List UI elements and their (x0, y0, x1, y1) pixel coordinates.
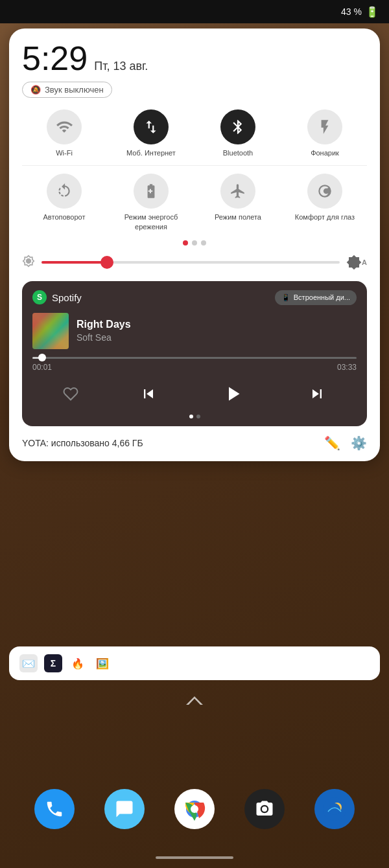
bluetooth-button[interactable] (220, 109, 255, 144)
camera-svg-icon (255, 799, 274, 819)
dock-phone-icon[interactable] (34, 789, 75, 829)
airplane-button[interactable] (220, 174, 255, 209)
chevron-row (0, 694, 389, 706)
spotify-card: S Spotify 📱 Встроенный ди... Right Days … (22, 281, 367, 426)
track-info: Right Days Soft Sea (77, 319, 357, 343)
track-artist: Soft Sea (77, 332, 357, 343)
spotify-header: S Spotify 📱 Встроенный ди... (32, 290, 357, 305)
brightness-high-icon: A (346, 255, 367, 270)
spotify-app-name: Spotify (52, 292, 82, 303)
quick-item-bluetooth[interactable]: Bluetooth (196, 109, 280, 157)
wifi-label: Wi-Fi (56, 148, 73, 157)
email-notif-icon: ✉️ (19, 654, 38, 672)
rotate-button[interactable] (47, 174, 82, 209)
sound-off-icon: 🔕 (30, 85, 41, 95)
app-dock (0, 789, 389, 829)
messages-svg-icon (115, 799, 134, 819)
skip-next-icon (308, 385, 326, 403)
dot-3 (201, 240, 206, 246)
progress-track[interactable] (32, 357, 357, 359)
auto-label: A (362, 258, 367, 266)
sound-off-label: Звук выключен (45, 85, 104, 95)
swap-vert-icon (143, 119, 159, 135)
track-row: Right Days Soft Sea (32, 313, 357, 349)
heart-icon (63, 386, 78, 402)
brightness-low-icon (22, 255, 35, 271)
mobile-data-label: Моб. Интернет (126, 148, 176, 157)
track-name: Right Days (77, 319, 357, 330)
prev-button[interactable] (139, 385, 158, 403)
airplane-label: Режим полета (215, 212, 261, 222)
flashlight-label: Фонарик (311, 148, 339, 157)
battery-saver-icon (143, 183, 159, 200)
spotify-brand: S Spotify (32, 290, 82, 304)
quick-item-rotate[interactable]: Автоповорот (22, 174, 106, 231)
edit-button[interactable]: ✏️ (324, 435, 340, 451)
quick-item-comfort[interactable]: Комфорт для глаз (283, 174, 367, 231)
notification-bar: ✉️ Σ 🔥 🖼️ (9, 646, 380, 680)
wifi-icon (56, 119, 73, 135)
brightness-slider[interactable] (41, 261, 340, 264)
fire-notif-icon: 🔥 (69, 654, 87, 672)
chrome-svg-icon (183, 797, 206, 821)
rotate-label: Автоповорот (43, 212, 86, 222)
separator1 (22, 165, 367, 166)
album-art (32, 313, 69, 349)
phone-svg-icon (45, 799, 64, 819)
quick-item-mobile-data[interactable]: Моб. Интернет (109, 109, 193, 157)
status-bar: 43 % 🔋 (0, 0, 389, 23)
data-usage-text: YOTA: использовано 4,66 ГБ (22, 438, 143, 448)
rotate-icon (56, 183, 73, 200)
phone-icon: 📱 (281, 293, 290, 302)
dock-chrome-icon[interactable] (174, 789, 215, 829)
next-button[interactable] (308, 385, 326, 403)
image-notif-icon: 🖼️ (93, 654, 112, 672)
total-time: 03:33 (337, 363, 357, 372)
play-icon (221, 382, 244, 405)
spotify-logo: S (32, 290, 47, 304)
data-actions: ✏️ ⚙️ (324, 435, 367, 451)
sound-off-badge[interactable]: 🔕 Звук выключен (22, 82, 112, 98)
battery-text: 43 % (341, 6, 362, 17)
quick-item-airplane[interactable]: Режим полета (196, 174, 280, 231)
progress-row (32, 357, 357, 359)
svg-point-3 (262, 806, 267, 812)
bluetooth-label: Bluetooth (223, 148, 253, 157)
progress-thumb[interactable] (38, 354, 46, 361)
quick-item-flashlight[interactable]: Фонарик (283, 109, 367, 157)
sigma-notif-icon: Σ (44, 654, 62, 672)
battery-saver-button[interactable] (134, 174, 169, 209)
comfort-label: Комфорт для глаз (295, 212, 355, 222)
page-dots (22, 240, 367, 246)
dock-daydream-icon[interactable] (314, 789, 355, 829)
data-usage-row: YOTA: использовано 4,66 ГБ ✏️ ⚙️ (22, 435, 367, 451)
quick-item-battery-saver[interactable]: Режим энергосб ережения (109, 174, 193, 231)
battery-icon: 🔋 (366, 6, 379, 18)
comfort-button[interactable] (307, 174, 342, 209)
brightness-thumb[interactable] (100, 256, 113, 269)
dock-messages-icon[interactable] (104, 789, 145, 829)
mobile-data-button[interactable] (134, 109, 169, 144)
home-indicator[interactable] (156, 856, 233, 859)
settings-button[interactable]: ⚙️ (351, 435, 367, 451)
daydream-svg-icon (323, 797, 346, 821)
brightness-row: A (22, 255, 367, 271)
card-dots (32, 415, 357, 418)
time-display-row: 00:01 03:33 (32, 363, 357, 372)
clock-time: 5:29 (22, 41, 88, 75)
notification-panel: 5:29 Пт, 13 авг. 🔕 Звук выключен Wi-Fi М… (9, 29, 380, 461)
wifi-button[interactable] (47, 109, 82, 144)
quick-item-wifi[interactable]: Wi-Fi (22, 109, 106, 157)
play-button[interactable] (218, 380, 247, 408)
flashlight-button[interactable] (307, 109, 342, 144)
output-label: Встроенный ди... (294, 293, 350, 301)
like-button[interactable] (63, 386, 78, 402)
output-device-button[interactable]: 📱 Встроенный ди... (275, 290, 357, 305)
battery-saver-label: Режим энергосб ережения (109, 212, 193, 231)
dot-2 (192, 240, 197, 246)
dock-camera-icon[interactable] (244, 789, 285, 829)
eye-comfort-icon (316, 183, 333, 200)
playback-controls (32, 380, 357, 408)
dot-1 (183, 240, 188, 246)
flashlight-icon (316, 119, 333, 135)
